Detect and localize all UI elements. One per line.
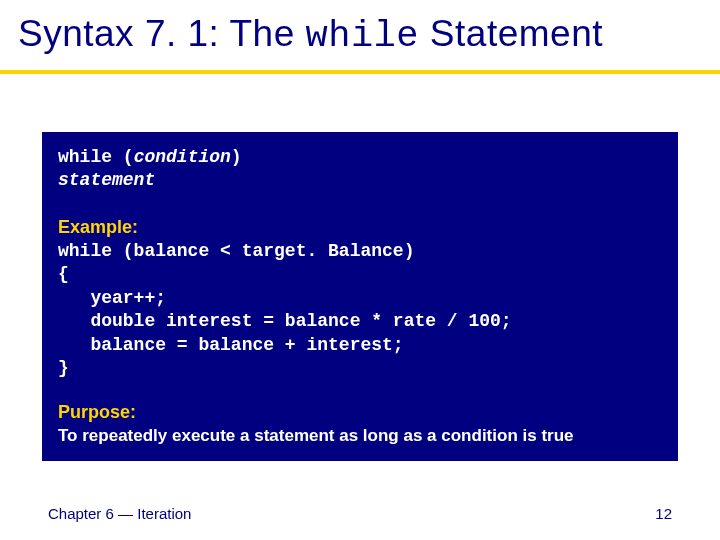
footer-page-number: 12 [655,505,672,522]
syntax-close-paren: ) [231,147,242,167]
slide: Syntax 7. 1: The while Statement while (… [0,0,720,540]
purpose-text: To repeatedly execute a statement as lon… [58,425,662,446]
example-label: Example: [58,217,662,238]
syntax-condition: condition [134,147,231,167]
footer-chapter: Chapter 6 — Iteration [48,505,191,522]
syntax-open-paren: ( [123,147,134,167]
title-mono: while [306,15,420,57]
syntax-keyword: while [58,147,112,167]
syntax-statement: statement [58,170,155,190]
title-underline [0,70,720,74]
syntax-block: while (condition) statement [58,146,662,191]
example-code: while (balance < target. Balance) { year… [58,240,662,380]
title-suffix: Statement [419,13,603,54]
purpose-label: Purpose: [58,402,662,423]
content-box: while (condition) statement Example: whi… [42,132,678,461]
slide-title: Syntax 7. 1: The while Statement [18,14,702,57]
title-prefix: Syntax 7. 1: The [18,13,306,54]
